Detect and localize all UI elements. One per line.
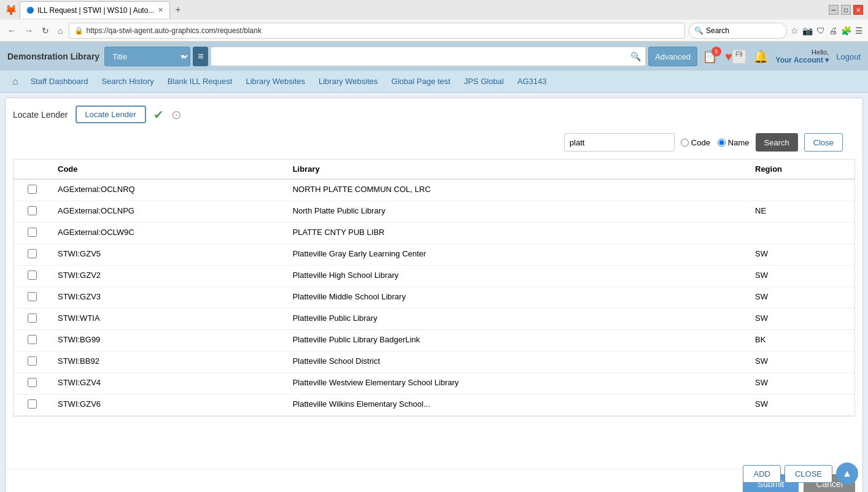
row-library: Platteville High School Library [285, 266, 748, 287]
nav-back-button[interactable]: ← [5, 25, 18, 37]
search-container: Title Author ISBN ≡ 🔍 Advanced [104, 47, 697, 66]
bell-icon-wrapper[interactable]: 🔔 [753, 49, 769, 64]
row-checkbox-8[interactable] [28, 356, 37, 366]
screenshot-icon[interactable]: 📷 [802, 26, 813, 36]
row-checkbox-cell[interactable] [14, 223, 50, 244]
browser-search-label: Search [706, 26, 729, 35]
row-checkbox-cell[interactable] [14, 394, 50, 416]
col-checkbox [14, 160, 50, 179]
row-region: SW [748, 287, 854, 309]
browser-search-box[interactable]: 🔍 Search [689, 23, 787, 39]
row-checkbox-6[interactable] [28, 313, 37, 323]
row-library: Platteville Gray Early Learning Center [285, 244, 748, 266]
row-library: North Platte Public Library [285, 201, 748, 223]
locate-lender-button[interactable]: Locate Lender [76, 106, 146, 123]
row-code: STWI:GZV6 [50, 394, 285, 416]
nav-item-search-history[interactable]: Search History [95, 73, 160, 90]
nav-home-icon[interactable]: ⌂ [7, 74, 23, 90]
row-code: STWI:GZV5 [50, 244, 285, 266]
tab-close-button[interactable]: ✕ [158, 6, 163, 14]
row-checkbox-cell[interactable] [14, 373, 50, 394]
nav-item-library-websites-1[interactable]: Library Websites [239, 73, 311, 90]
row-region: BK [748, 330, 854, 352]
list-icon-wrapper[interactable]: 📋 5 [702, 49, 718, 64]
search-type-wrapper: Title Author ISBN [104, 47, 190, 66]
row-checkbox-9[interactable] [28, 378, 37, 387]
row-code: AGExternal:OCLNPG [50, 201, 285, 223]
row-region: SW [748, 373, 854, 394]
window-maximize-button[interactable]: □ [841, 5, 851, 15]
row-checkbox-cell[interactable] [14, 309, 50, 330]
menu-icon[interactable]: ☰ [855, 26, 863, 36]
row-checkbox-cell[interactable] [14, 330, 50, 352]
search-submit-icon[interactable]: 🔍 [630, 52, 641, 61]
browser-tab-active[interactable]: 🔵 ILL Request | STWI | WS10 | Auto... ✕ [20, 1, 170, 18]
close-floating-button[interactable]: CLOSE [785, 465, 832, 483]
account-info[interactable]: Hello, Your Account ▾ [776, 48, 829, 64]
row-checkbox-cell[interactable] [14, 352, 50, 373]
lender-search-bar: Code Name Search Close [13, 133, 855, 152]
main-search-input[interactable] [211, 47, 646, 66]
nav-item-staff-dashboard[interactable]: Staff Dashboard [25, 73, 95, 90]
row-checkbox-5[interactable] [28, 292, 37, 301]
row-checkbox-cell[interactable] [14, 266, 50, 287]
row-checkbox-3[interactable] [28, 249, 37, 258]
lender-close-button[interactable]: Close [804, 133, 843, 152]
address-url: https://qa-stwi-agent.auto-graphics.com/… [86, 26, 261, 35]
row-code: STWI:BB92 [50, 352, 285, 373]
app-title: Demonstration Library [7, 52, 99, 61]
row-checkbox-10[interactable] [28, 399, 37, 409]
extensions-icon[interactable]: 🧩 [841, 26, 851, 36]
window-close-button[interactable]: ✕ [853, 5, 863, 15]
row-checkbox-cell[interactable] [14, 179, 50, 201]
row-checkbox-7[interactable] [28, 335, 37, 344]
radio-name-label[interactable]: Name [718, 138, 750, 147]
row-code: STWI:GZV4 [50, 373, 285, 394]
address-lock-icon: 🔒 [74, 26, 83, 35]
logout-button[interactable]: Logout [836, 52, 861, 61]
row-code: STWI:GZV2 [50, 266, 285, 287]
shield-icon[interactable]: 🛡 [816, 26, 825, 36]
table-row: STWI:BG99 Platteville Public Library Bad… [14, 330, 854, 352]
lender-search-input[interactable] [564, 133, 675, 152]
search-type-select[interactable]: Title Author ISBN [104, 47, 190, 66]
heart-icon-wrapper[interactable]: ♥ F9 [725, 50, 746, 64]
add-floating-button[interactable]: ADD [743, 465, 780, 483]
print-icon[interactable]: 🖨 [829, 26, 837, 36]
nav-reload-button[interactable]: ↻ [39, 25, 52, 37]
nav-item-library-websites-2[interactable]: Library Websites [312, 73, 384, 90]
stack-icon-button[interactable]: ≡ [193, 47, 208, 66]
advanced-search-button[interactable]: Advanced [648, 47, 697, 66]
table-row: AGExternal:OCLNPG North Platte Public Li… [14, 201, 854, 223]
bookmark-icon[interactable]: ☆ [791, 26, 799, 36]
circle-icon[interactable]: ⊙ [171, 107, 182, 122]
row-checkbox-2[interactable] [28, 228, 37, 237]
nav-item-blank-ill[interactable]: Blank ILL Request [161, 73, 239, 90]
row-checkbox-cell[interactable] [14, 244, 50, 266]
window-minimize-button[interactable]: ─ [829, 5, 839, 15]
row-checkbox-cell[interactable] [14, 201, 50, 223]
address-bar[interactable]: 🔒 https://qa-stwi-agent.auto-graphics.co… [69, 23, 685, 39]
radio-code-label[interactable]: Code [681, 138, 710, 147]
row-code: STWI:BG99 [50, 330, 285, 352]
nav-home-button[interactable]: ⌂ [55, 25, 65, 37]
scroll-top-button[interactable]: ▲ [836, 463, 858, 485]
lender-search-button[interactable]: Search [756, 133, 798, 152]
row-checkbox-cell[interactable] [14, 287, 50, 309]
new-tab-button[interactable]: + [170, 2, 185, 18]
radio-name[interactable] [718, 139, 726, 147]
checkmark-icon[interactable]: ✔ [153, 107, 164, 122]
row-library: Platteville Public Library BadgerLink [285, 330, 748, 352]
row-region: SW [748, 394, 854, 416]
nav-item-global-page[interactable]: Global Page test [386, 73, 457, 90]
radio-code[interactable] [681, 139, 689, 147]
row-checkbox-4[interactable] [28, 271, 37, 280]
locate-lender-header: Locate Lender Locate Lender ✔ ⊙ [13, 106, 855, 123]
row-checkbox-0[interactable] [28, 185, 37, 194]
row-checkbox-1[interactable] [28, 206, 37, 215]
nav-item-ag3143[interactable]: AG3143 [511, 73, 553, 90]
nav-forward-button[interactable]: → [22, 25, 36, 37]
page-wrapper: 🦊 🔵 ILL Request | STWI | WS10 | Auto... … [0, 0, 868, 492]
app-header: Demonstration Library Title Author ISBN … [0, 42, 868, 71]
nav-item-jps-global[interactable]: JPS Global [458, 73, 510, 90]
